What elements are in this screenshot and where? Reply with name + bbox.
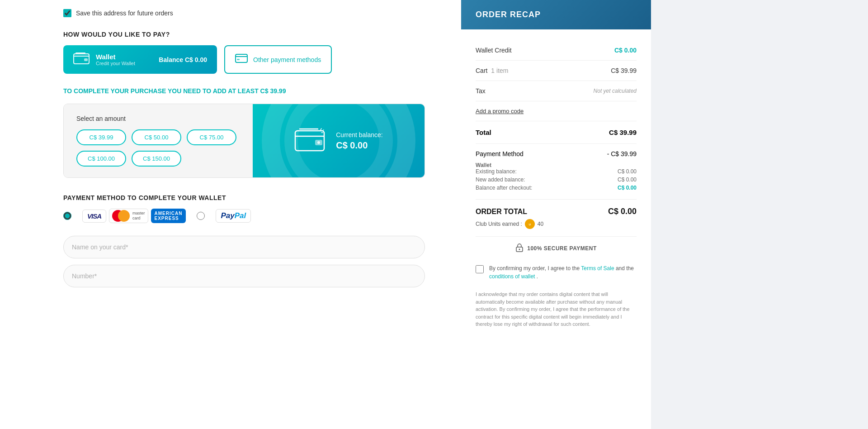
card-icon: [235, 54, 248, 66]
secure-payment: 100% SECURE PAYMENT: [476, 237, 637, 260]
pm-header: Payment Method - C$ 39.99: [476, 150, 637, 157]
club-badge: U: [525, 219, 535, 229]
payment-method-title: PAYMENT METHOD TO COMPLETE YOUR WALLET: [63, 194, 425, 201]
wallet-display: Current balance: C$ 0.00: [253, 104, 425, 177]
terms-text: By confirming my order, I agree to the T…: [489, 264, 637, 281]
terms-section: By confirming my order, I agree to the T…: [476, 260, 637, 285]
recap-cart: Cart 1 item C$ 39.99: [476, 61, 637, 81]
order-total-row: ORDER TOTAL C$ 0.00: [476, 207, 637, 216]
svg-point-6: [317, 141, 320, 144]
order-recap-header: ORDER RECAP: [461, 0, 651, 29]
terms-checkbox[interactable]: [476, 265, 484, 273]
order-recap-body: Wallet Credit C$ 0.00 Cart 1 item C$ 39.…: [461, 29, 651, 429]
lock-icon: [515, 243, 524, 253]
card-logos: VISA mastercard AMERICANEXPRESS: [82, 209, 186, 223]
conditions-of-wallet-link[interactable]: conditions of wallet: [489, 273, 535, 280]
amount-btn-4[interactable]: C$ 150.00: [132, 151, 181, 167]
radio-paypal[interactable]: [197, 212, 205, 220]
svg-point-13: [519, 249, 520, 250]
svg-text:U: U: [529, 223, 531, 226]
svg-rect-2: [236, 54, 247, 62]
radio-card[interactable]: [63, 212, 71, 220]
disclaimer-text: I acknowledge that my order contains dig…: [476, 291, 637, 328]
visa-logo: VISA: [82, 210, 106, 223]
radio-group-card: [63, 212, 71, 220]
amount-grid: C$ 39.99 C$ 50.00 C$ 75.00 C$ 100.00 C$ …: [76, 129, 240, 167]
wallet-text: Wallet Credit your Wallet: [96, 53, 135, 66]
amex-logo: AMERICANEXPRESS: [151, 209, 186, 223]
order-total-section: ORDER TOTAL C$ 0.00 Club Units earned : …: [476, 200, 637, 237]
card-number-input[interactable]: [63, 265, 425, 287]
promo-code-link[interactable]: Add a promo code: [476, 101, 637, 121]
club-units: Club Units earned : U 40: [476, 219, 637, 229]
amount-btn-0[interactable]: C$ 39.99: [76, 129, 126, 145]
amount-selector: Select an amount C$ 39.99 C$ 50.00 C$ 75…: [64, 104, 253, 177]
svg-line-7: [321, 129, 321, 130]
wallet-icon: [73, 52, 90, 67]
payment-logos: VISA mastercard AMERICANEXPRESS PayPal: [63, 209, 425, 223]
svg-line-8: [322, 130, 324, 131]
wallet-display-icon: [294, 126, 325, 155]
svg-rect-3: [237, 59, 240, 60]
paypal-logo: PayPal: [216, 209, 251, 223]
save-address-label: Save this address for future orders: [76, 10, 173, 17]
pm-existing-balance: Existing balance: C$ 0.00 New added bala…: [476, 168, 637, 191]
recap-total: Total C$ 39.99: [476, 121, 637, 144]
wallet-balance-info: Current balance: C$ 0.00: [336, 131, 383, 151]
radio-group-paypal: [197, 212, 205, 220]
amount-btn-3[interactable]: C$ 100.00: [76, 151, 126, 167]
save-address-row: Save this address for future orders: [63, 9, 425, 17]
other-payment-button[interactable]: Other payment methods: [224, 45, 332, 74]
amount-btn-2[interactable]: C$ 75.00: [187, 129, 236, 145]
main-content: Save this address for future orders HOW …: [0, 0, 461, 429]
svg-rect-1: [84, 58, 88, 61]
payment-method-recap: Payment Method - C$ 39.99 Wallet Existin…: [476, 144, 637, 200]
payment-method-section: PAYMENT METHOD TO COMPLETE YOUR WALLET V…: [63, 194, 425, 223]
payment-section-title: HOW WOULD YOU LIKE TO PAY?: [63, 31, 425, 38]
recap-wallet-credit: Wallet Credit C$ 0.00: [476, 40, 637, 61]
sidebar: ORDER RECAP Wallet Credit C$ 0.00 Cart 1…: [461, 0, 651, 429]
recap-tax: Tax Not yet calculated: [476, 81, 637, 101]
mastercard-logo: mastercard: [109, 209, 148, 223]
complete-notice: TO COMPLETE YOUR PURCHASE YOU NEED TO AD…: [63, 87, 425, 95]
cart-label: Cart 1 item: [476, 67, 508, 74]
wallet-display-inner: Current balance: C$ 0.00: [294, 126, 383, 155]
save-address-checkbox[interactable]: [63, 9, 71, 17]
payment-buttons: Wallet Credit your Wallet Balance C$ 0.0…: [63, 45, 425, 74]
wallet-panel: Select an amount C$ 39.99 C$ 50.00 C$ 75…: [63, 104, 425, 178]
name-on-card-input[interactable]: [63, 236, 425, 258]
amount-btn-1[interactable]: C$ 50.00: [132, 129, 181, 145]
wallet-balance: Balance C$ 0.00: [159, 56, 207, 63]
pm-wallet-label: Wallet: [476, 162, 637, 168]
select-amount-label: Select an amount: [76, 115, 240, 122]
other-payment-label: Other payment methods: [253, 56, 321, 63]
terms-of-sale-link[interactable]: Terms of Sale: [581, 265, 614, 272]
wallet-button[interactable]: Wallet Credit your Wallet Balance C$ 0.0…: [63, 45, 217, 74]
